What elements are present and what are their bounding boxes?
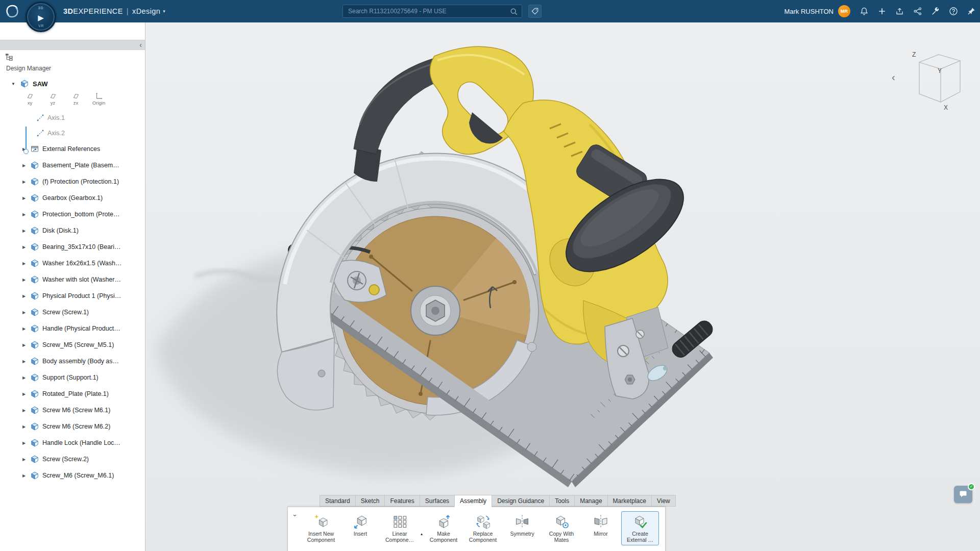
tool-icon [436,513,451,530]
flyout-arrow-icon[interactable]: ▴ [421,532,423,536]
tree-item[interactable]: ▶ Screw_M6 (Screw_M6.1) [0,467,145,484]
ribbon-tab[interactable]: Surfaces [420,495,454,507]
expand-arrow-icon[interactable]: ▼ [11,82,16,86]
tools-icon[interactable] [931,7,940,16]
tree-root-saw[interactable]: ▼ SAW [0,76,145,92]
expand-arrow-icon[interactable]: ▶ [22,245,27,249]
search-input[interactable] [343,5,522,17]
component-icon [31,422,39,431]
expand-arrow-icon[interactable]: ▶ [22,375,27,380]
app-switcher[interactable]: xDesign▾ [132,7,165,15]
tree-item[interactable]: ▶ Handle (Physical Product… [0,320,145,337]
expand-arrow-icon[interactable]: ▶ [22,261,27,266]
help-icon[interactable] [949,7,958,16]
tree-item[interactable]: ▶ Physical Product 1 (Physi… [0,288,145,304]
tag-button[interactable] [528,5,542,18]
toolbar-collapse-icon[interactable]: ⌄ [292,510,298,518]
tree-item[interactable]: ▶ Screw M6 (Screw M6.1) [0,402,145,418]
chat-button[interactable]: ✓ [954,486,972,503]
tool-button[interactable]: Copy With Mates [543,511,580,545]
expand-arrow-icon[interactable]: ▶ [22,359,27,364]
tree-manager-icon[interactable] [5,54,13,63]
view-cube[interactable]: Z Y X [905,47,966,113]
avatar[interactable]: MR [838,5,850,17]
tree-item[interactable]: ▶ Protection_bottom (Prote… [0,206,145,222]
expand-arrow-icon[interactable]: ▶ [22,424,27,429]
ribbon-tab[interactable]: Standard [320,495,355,507]
tree-item[interactable]: ▶ Gearbox (Gearbox.1) [0,190,145,206]
tree-item[interactable]: ▶ Screw M6 (Screw M6.2) [0,418,145,435]
tree-item[interactable]: ▶ Screw_M5 (Screw_M5.1) [0,337,145,353]
component-icon [31,276,39,284]
tree-item[interactable]: ▶ Basement_Plate (Basem… [0,157,145,173]
expand-arrow-icon[interactable]: ▶ [22,343,27,347]
ribbon-tab[interactable]: Manage [574,495,607,507]
expand-arrow-icon[interactable]: ▶ [22,278,27,282]
expand-arrow-icon[interactable]: ▶ [22,457,27,462]
panel-collapse-icon[interactable]: ‹ [139,40,142,49]
expand-arrow-icon[interactable]: ▶ [22,392,27,396]
tree-item-axis[interactable]: Axis.2 [0,126,145,141]
plane-item[interactable]: Origin [87,92,110,106]
ribbon-tab[interactable]: View [651,495,676,507]
tool-button[interactable]: Replace Component [464,511,502,545]
expand-arrow-icon[interactable]: ▶ [22,408,27,413]
user-name[interactable]: Mark RUSHTON [784,8,834,15]
3ds-logo[interactable] [4,3,20,19]
plane-item[interactable]: yz [41,92,64,106]
tool-button[interactable]: Linear Compone… [381,511,419,545]
viewcube-chevron-icon[interactable]: ‹ [892,71,895,83]
tree-item[interactable]: ▶ Washer with slot (Washer… [0,271,145,288]
tool-button[interactable]: Create External … [621,511,659,545]
tree-item[interactable]: ▶ Body assembly (Body as… [0,353,145,369]
tree-item[interactable]: ▶ Support (Support.1) [0,369,145,386]
play-icon[interactable]: ▶ [27,13,55,22]
expand-arrow-icon[interactable]: ▶ [22,441,27,445]
tool-icon [475,513,491,530]
plane-item[interactable]: xy [18,92,41,106]
expand-arrow-icon[interactable]: ▶ [22,163,27,168]
collaborate-icon[interactable] [913,7,922,16]
tool-button[interactable]: Mirror [582,511,620,539]
tree-item-axis[interactable]: Axis.1 [0,110,145,126]
tree-item[interactable]: ▶ Bearing_35x17x10 (Beari… [0,239,145,255]
ribbon-tab[interactable]: Assembly [454,495,492,507]
tool-button[interactable]: Symmetry [503,511,541,539]
tool-button[interactable]: Insert [341,511,379,539]
tree-item[interactable]: ▶ Screw (Screw.1) [0,304,145,320]
ribbon-tab[interactable]: Design Guidance [492,495,549,507]
search-icon[interactable] [510,8,518,16]
tree-item[interactable]: ▶ Rotated_Plate (Plate.1) [0,386,145,402]
tree-item[interactable]: ▶ External References [0,141,145,157]
component-icon [31,341,39,349]
pin-icon[interactable] [967,7,976,16]
tree-item[interactable]: ▶ Screw (Screw.2) [0,451,145,467]
tree-item[interactable]: ▶ Disk (Disk.1) [0,222,145,239]
share-icon[interactable] [895,7,904,16]
tree-item[interactable]: ▶ Washer 16x26x1.5 (Wash… [0,255,145,271]
tool-button[interactable]: Make Component [425,511,462,545]
plane-icon [26,92,34,100]
add-icon[interactable] [877,7,887,16]
tool-button[interactable]: Insert New Component [302,511,340,545]
viewport-3d[interactable]: ‹ Z Y X StandardSketchFeaturesSurfacesAs… [145,22,980,551]
tree-item[interactable]: ▶ (f) Protection (Protection.1) [0,173,145,190]
ribbon-tab[interactable]: Marketplace [607,495,651,507]
expand-arrow-icon[interactable]: ▶ [22,310,27,315]
expand-arrow-icon[interactable]: ▶ [22,327,27,331]
expand-arrow-icon[interactable]: ▶ [22,180,27,184]
expand-arrow-icon[interactable]: ▶ [22,229,27,233]
notifications-icon[interactable] [860,7,869,16]
expand-arrow-icon[interactable]: ▶ [22,196,27,201]
axis-y-label: Y [938,67,942,74]
plane-item[interactable]: zx [64,92,87,106]
3d-compass[interactable]: 3D ▶ V.R [26,2,56,32]
expand-arrow-icon[interactable]: ▶ [22,294,27,298]
ribbon-tab[interactable]: Sketch [355,495,385,507]
tree-item[interactable]: ▶ Handle Lock (Handle Loc… [0,435,145,451]
ribbon-tab[interactable]: Tools [549,495,574,507]
ribbon-tab[interactable]: Features [384,495,419,507]
expand-arrow-icon[interactable]: ▶ [22,212,27,217]
expand-arrow-icon[interactable]: ▶ [22,473,27,478]
tool-label: Replace Component [465,531,500,543]
